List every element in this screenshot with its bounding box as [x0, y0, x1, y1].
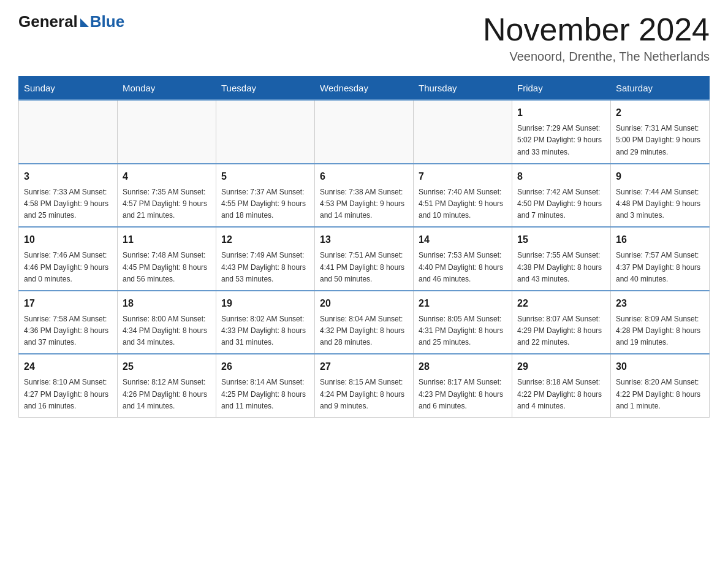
day-info: Sunrise: 8:00 AM Sunset: 4:34 PM Dayligh…: [123, 313, 211, 349]
day-info: Sunrise: 8:20 AM Sunset: 4:22 PM Dayligh…: [616, 377, 704, 412]
logo-general-text: General: [18, 12, 78, 31]
day-number: 22: [517, 296, 605, 311]
calendar-cell: 11Sunrise: 7:48 AM Sunset: 4:45 PM Dayli…: [118, 227, 216, 291]
calendar-cell: [118, 100, 216, 164]
column-header-sunday: Sunday: [19, 77, 118, 101]
column-header-thursday: Thursday: [414, 77, 512, 101]
day-number: 26: [221, 359, 309, 374]
calendar-cell: 9Sunrise: 7:44 AM Sunset: 4:48 PM Daylig…: [611, 164, 710, 228]
calendar-cell: [315, 100, 414, 164]
column-header-monday: Monday: [118, 77, 216, 101]
title-section: November 2024 Veenoord, Drenthe, The Net…: [483, 12, 710, 64]
calendar-cell: 22Sunrise: 8:07 AM Sunset: 4:29 PM Dayli…: [512, 291, 611, 354]
day-info: Sunrise: 7:55 AM Sunset: 4:38 PM Dayligh…: [517, 250, 605, 285]
day-info: Sunrise: 8:04 AM Sunset: 4:32 PM Dayligh…: [320, 313, 408, 349]
week-row-3: 10Sunrise: 7:46 AM Sunset: 4:46 PM Dayli…: [19, 227, 710, 291]
week-row-2: 3Sunrise: 7:33 AM Sunset: 4:58 PM Daylig…: [19, 164, 710, 228]
calendar-cell: 6Sunrise: 7:38 AM Sunset: 4:53 PM Daylig…: [315, 164, 414, 228]
day-number: 28: [419, 359, 507, 374]
column-header-tuesday: Tuesday: [216, 77, 315, 101]
week-row-1: 1Sunrise: 7:29 AM Sunset: 5:02 PM Daylig…: [19, 100, 710, 164]
calendar-cell: 4Sunrise: 7:35 AM Sunset: 4:57 PM Daylig…: [118, 164, 216, 228]
calendar-cell: 24Sunrise: 8:10 AM Sunset: 4:27 PM Dayli…: [19, 354, 118, 417]
day-info: Sunrise: 7:31 AM Sunset: 5:00 PM Dayligh…: [616, 123, 704, 158]
day-number: 2: [616, 105, 704, 120]
day-number: 3: [24, 169, 112, 184]
logo-triangle-icon: [80, 18, 89, 27]
calendar-cell: 10Sunrise: 7:46 AM Sunset: 4:46 PM Dayli…: [19, 227, 118, 291]
day-number: 21: [419, 296, 507, 311]
calendar-cell: 1Sunrise: 7:29 AM Sunset: 5:02 PM Daylig…: [512, 100, 611, 164]
calendar-cell: [414, 100, 512, 164]
day-number: 11: [123, 232, 211, 247]
day-info: Sunrise: 7:33 AM Sunset: 4:58 PM Dayligh…: [24, 186, 112, 222]
calendar-cell: 25Sunrise: 8:12 AM Sunset: 4:26 PM Dayli…: [118, 354, 216, 417]
calendar-cell: [216, 100, 315, 164]
day-number: 29: [517, 359, 605, 374]
calendar-cell: 14Sunrise: 7:53 AM Sunset: 4:40 PM Dayli…: [414, 227, 512, 291]
day-number: 5: [221, 169, 309, 184]
calendar-cell: 3Sunrise: 7:33 AM Sunset: 4:58 PM Daylig…: [19, 164, 118, 228]
calendar-cell: 26Sunrise: 8:14 AM Sunset: 4:25 PM Dayli…: [216, 354, 315, 417]
day-info: Sunrise: 7:29 AM Sunset: 5:02 PM Dayligh…: [517, 123, 605, 158]
calendar-cell: 19Sunrise: 8:02 AM Sunset: 4:33 PM Dayli…: [216, 291, 315, 354]
day-info: Sunrise: 7:38 AM Sunset: 4:53 PM Dayligh…: [320, 186, 408, 222]
day-info: Sunrise: 8:17 AM Sunset: 4:23 PM Dayligh…: [419, 377, 507, 412]
day-info: Sunrise: 8:10 AM Sunset: 4:27 PM Dayligh…: [24, 377, 112, 412]
day-info: Sunrise: 7:58 AM Sunset: 4:36 PM Dayligh…: [24, 313, 112, 349]
day-number: 4: [123, 169, 211, 184]
page-header: General Blue November 2024 Veenoord, Dre…: [18, 12, 710, 64]
day-info: Sunrise: 7:37 AM Sunset: 4:55 PM Dayligh…: [221, 186, 309, 222]
day-number: 10: [24, 232, 112, 247]
column-header-saturday: Saturday: [611, 77, 710, 101]
calendar-cell: 20Sunrise: 8:04 AM Sunset: 4:32 PM Dayli…: [315, 291, 414, 354]
day-number: 15: [517, 232, 605, 247]
day-number: 20: [320, 296, 408, 311]
calendar-cell: 27Sunrise: 8:15 AM Sunset: 4:24 PM Dayli…: [315, 354, 414, 417]
day-number: 14: [419, 232, 507, 247]
day-info: Sunrise: 8:14 AM Sunset: 4:25 PM Dayligh…: [221, 377, 309, 412]
day-number: 13: [320, 232, 408, 247]
calendar-cell: 5Sunrise: 7:37 AM Sunset: 4:55 PM Daylig…: [216, 164, 315, 228]
day-number: 9: [616, 169, 704, 184]
calendar-cell: 18Sunrise: 8:00 AM Sunset: 4:34 PM Dayli…: [118, 291, 216, 354]
calendar-cell: 12Sunrise: 7:49 AM Sunset: 4:43 PM Dayli…: [216, 227, 315, 291]
logo-blue-text: Blue: [90, 12, 124, 31]
day-number: 23: [616, 296, 704, 311]
calendar-cell: 2Sunrise: 7:31 AM Sunset: 5:00 PM Daylig…: [611, 100, 710, 164]
day-info: Sunrise: 7:53 AM Sunset: 4:40 PM Dayligh…: [419, 250, 507, 285]
calendar-cell: 13Sunrise: 7:51 AM Sunset: 4:41 PM Dayli…: [315, 227, 414, 291]
calendar-table: SundayMondayTuesdayWednesdayThursdayFrid…: [18, 76, 710, 418]
calendar-cell: 15Sunrise: 7:55 AM Sunset: 4:38 PM Dayli…: [512, 227, 611, 291]
day-number: 27: [320, 359, 408, 374]
logo: General Blue: [18, 12, 124, 31]
day-number: 1: [517, 105, 605, 120]
calendar-cell: 8Sunrise: 7:42 AM Sunset: 4:50 PM Daylig…: [512, 164, 611, 228]
calendar-cell: 30Sunrise: 8:20 AM Sunset: 4:22 PM Dayli…: [611, 354, 710, 417]
day-number: 16: [616, 232, 704, 247]
calendar-cell: 23Sunrise: 8:09 AM Sunset: 4:28 PM Dayli…: [611, 291, 710, 354]
day-info: Sunrise: 8:05 AM Sunset: 4:31 PM Dayligh…: [419, 313, 507, 349]
day-info: Sunrise: 7:48 AM Sunset: 4:45 PM Dayligh…: [123, 250, 211, 285]
day-info: Sunrise: 8:09 AM Sunset: 4:28 PM Dayligh…: [616, 313, 704, 349]
calendar-cell: 28Sunrise: 8:17 AM Sunset: 4:23 PM Dayli…: [414, 354, 512, 417]
calendar-cell: 7Sunrise: 7:40 AM Sunset: 4:51 PM Daylig…: [414, 164, 512, 228]
calendar-header-row: SundayMondayTuesdayWednesdayThursdayFrid…: [19, 77, 710, 101]
calendar-cell: [19, 100, 118, 164]
day-number: 8: [517, 169, 605, 184]
day-info: Sunrise: 7:40 AM Sunset: 4:51 PM Dayligh…: [419, 186, 507, 222]
day-info: Sunrise: 8:12 AM Sunset: 4:26 PM Dayligh…: [123, 377, 211, 412]
calendar-cell: 16Sunrise: 7:57 AM Sunset: 4:37 PM Dayli…: [611, 227, 710, 291]
day-info: Sunrise: 7:35 AM Sunset: 4:57 PM Dayligh…: [123, 186, 211, 222]
day-number: 18: [123, 296, 211, 311]
day-info: Sunrise: 8:18 AM Sunset: 4:22 PM Dayligh…: [517, 377, 605, 412]
week-row-5: 24Sunrise: 8:10 AM Sunset: 4:27 PM Dayli…: [19, 354, 710, 417]
day-info: Sunrise: 7:46 AM Sunset: 4:46 PM Dayligh…: [24, 250, 112, 285]
location-text: Veenoord, Drenthe, The Netherlands: [483, 50, 710, 64]
day-number: 24: [24, 359, 112, 374]
day-number: 30: [616, 359, 704, 374]
day-info: Sunrise: 8:02 AM Sunset: 4:33 PM Dayligh…: [221, 313, 309, 349]
day-info: Sunrise: 8:07 AM Sunset: 4:29 PM Dayligh…: [517, 313, 605, 349]
column-header-wednesday: Wednesday: [315, 77, 414, 101]
day-number: 7: [419, 169, 507, 184]
